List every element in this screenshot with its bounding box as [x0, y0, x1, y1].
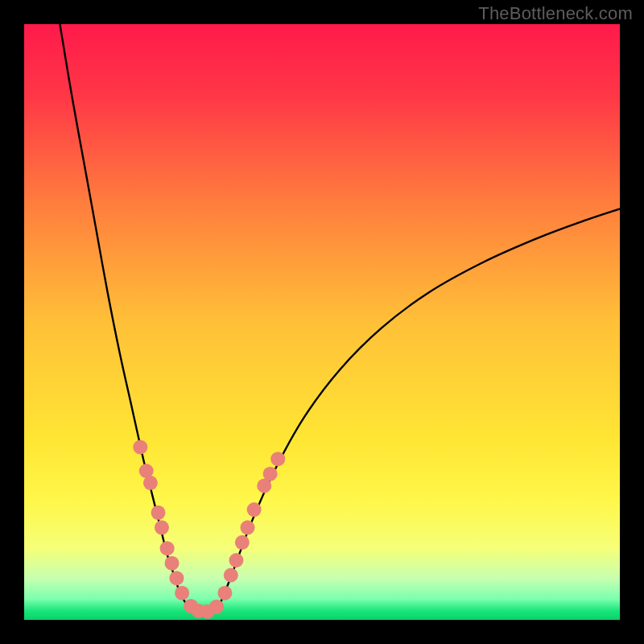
curve-layer: [24, 24, 620, 620]
highlight-dot: [151, 506, 166, 520]
highlight-dot: [229, 553, 243, 568]
highlight-dot: [155, 520, 169, 535]
highlight-dot: [235, 535, 250, 550]
highlight-dot: [209, 600, 224, 614]
plot-area: [24, 24, 620, 620]
highlight-dot: [270, 452, 285, 466]
highlight-dots: [133, 440, 285, 618]
watermark-text: TheBottleneck.com: [478, 3, 633, 24]
highlight-dot: [175, 586, 189, 601]
highlight-dot: [263, 467, 278, 481]
highlight-dot: [217, 586, 232, 601]
highlight-dot: [241, 520, 255, 535]
highlight-dot: [165, 556, 180, 571]
highlight-dot: [133, 440, 147, 454]
chart-frame: TheBottleneck.com: [0, 0, 644, 644]
highlight-dot: [160, 541, 175, 555]
highlight-dot: [169, 571, 184, 585]
highlight-dot: [247, 502, 262, 517]
bottleneck-curve: [60, 24, 620, 613]
highlight-dot: [143, 476, 158, 490]
highlight-dot: [224, 568, 238, 583]
